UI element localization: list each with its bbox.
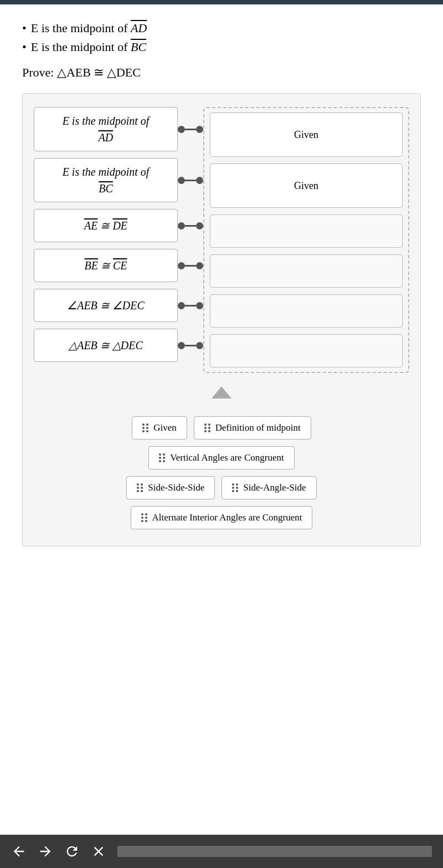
dot-left-5	[178, 302, 185, 309]
bullet-1: •	[22, 21, 27, 35]
close-icon	[91, 844, 106, 859]
given-item-2: • E is the midpoint of BC	[22, 40, 421, 54]
reason-4[interactable]	[210, 254, 403, 288]
address-bar[interactable]	[117, 846, 432, 857]
chip-given-label: Given	[153, 422, 177, 433]
reason-bank-row-1: Given Definition of midpoint	[132, 416, 311, 440]
chip-definition-midpoint[interactable]: Definition of midpoint	[194, 416, 311, 440]
chip-sss-label: Side-Side-Side	[148, 482, 204, 493]
dot-right-2	[196, 177, 203, 184]
chip-alternate-interior[interactable]: Alternate Interior Angles are Congruent	[131, 506, 313, 529]
statement-2: E is the midpoint of BC	[34, 158, 178, 202]
connector-3	[178, 209, 203, 242]
dot-right-4	[196, 262, 203, 269]
line-3	[185, 225, 196, 227]
proof-flex: E is the midpoint of AD E is the midpoin…	[34, 107, 409, 373]
given-text-2: E is the midpoint of BC	[31, 40, 146, 54]
chip-sas[interactable]: Side-Angle-Side	[222, 476, 316, 499]
line-6	[185, 345, 196, 346]
chip-alternate-interior-label: Alternate Interior Angles are Congruent	[152, 512, 302, 523]
reason-1-text: Given	[294, 129, 318, 141]
given-item-1: • E is the midpoint of AD	[22, 21, 421, 35]
reason-3[interactable]	[210, 215, 403, 248]
bottom-bar	[0, 835, 443, 868]
statement-3: AE ≅ DE	[34, 209, 178, 242]
reason-bank: Given Definition of midpoint	[34, 416, 409, 529]
prove-line: Prove: △AEB ≅ △DEC	[22, 65, 421, 80]
line-4	[185, 265, 196, 267]
drag-icon-def-midpoint	[204, 423, 211, 432]
chip-vertical-angles[interactable]: Vertical Angles are Congruent	[148, 446, 294, 469]
reason-bank-row-3: Side-Side-Side Side-Angle-Side	[126, 476, 316, 499]
dot-right-5	[196, 302, 203, 309]
dot-left-6	[178, 342, 185, 349]
statement-1: E is the midpoint of AD	[34, 107, 178, 151]
connector-4	[178, 249, 203, 282]
reason-bank-row-2: Vertical Angles are Congruent	[148, 446, 294, 469]
connectors-column	[178, 107, 203, 373]
statement-6: △AEB ≅ △DEC	[34, 329, 178, 362]
chip-sss[interactable]: Side-Side-Side	[126, 476, 215, 499]
chip-sas-label: Side-Angle-Side	[243, 482, 306, 493]
drag-icon-alt-interior	[141, 513, 148, 522]
drag-icon-sss	[137, 483, 143, 492]
given-list: • E is the midpoint of AD • E is the mid…	[22, 21, 421, 54]
reason-bank-row-4: Alternate Interior Angles are Congruent	[131, 506, 313, 529]
line-5	[185, 305, 196, 307]
top-bar	[0, 0, 443, 4]
given-segment-BC: BC	[131, 40, 146, 54]
drag-icon-vertical	[159, 453, 166, 462]
forward-button[interactable]	[38, 844, 53, 859]
statements-column: E is the midpoint of AD E is the midpoin…	[34, 107, 178, 373]
chip-definition-midpoint-label: Definition of midpoint	[215, 422, 301, 433]
main-content: • E is the midpoint of AD • E is the mid…	[0, 4, 443, 835]
refresh-icon	[64, 844, 80, 859]
reason-2[interactable]: Given	[210, 164, 403, 208]
connector-6	[178, 329, 203, 362]
back-button[interactable]	[11, 844, 27, 859]
dot-left-2	[178, 177, 185, 184]
prove-label: Prove:	[22, 65, 54, 79]
proof-container: E is the midpoint of AD E is the midpoin…	[22, 93, 421, 547]
given-segment-AD: AD	[131, 21, 147, 35]
forward-icon	[38, 844, 53, 859]
chip-given[interactable]: Given	[132, 416, 187, 440]
reason-1[interactable]: Given	[210, 113, 403, 157]
dot-left-1	[178, 126, 185, 133]
reason-6[interactable]	[210, 334, 403, 367]
refresh-button[interactable]	[64, 844, 80, 859]
connector-1	[178, 107, 203, 151]
statement-5: ∠AEB ≅ ∠DEC	[34, 289, 178, 322]
back-icon	[11, 844, 27, 859]
statement-4: BE ≅ CE	[34, 249, 178, 282]
reason-5[interactable]	[210, 294, 403, 328]
connector-2	[178, 158, 203, 202]
line-2	[185, 180, 196, 181]
arrow-up-icon	[212, 386, 231, 399]
prove-statement: △AEB ≅ △DEC	[57, 65, 141, 79]
chip-vertical-angles-label: Vertical Angles are Congruent	[170, 452, 284, 463]
dot-left-4	[178, 262, 185, 269]
dot-right-6	[196, 342, 203, 349]
given-text-1: E is the midpoint of AD	[31, 21, 147, 35]
bullet-2: •	[22, 40, 27, 54]
drag-icon-given	[142, 423, 149, 432]
connector-5	[178, 289, 203, 322]
arrow-indicator	[34, 386, 409, 407]
drag-icon-sas	[232, 483, 239, 492]
dot-left-3	[178, 222, 185, 229]
line-1	[185, 129, 196, 130]
close-button[interactable]	[91, 844, 106, 859]
dot-right-3	[196, 222, 203, 229]
reasons-column: Given Given	[203, 107, 409, 373]
reason-2-text: Given	[294, 180, 318, 192]
dot-right-1	[196, 126, 203, 133]
